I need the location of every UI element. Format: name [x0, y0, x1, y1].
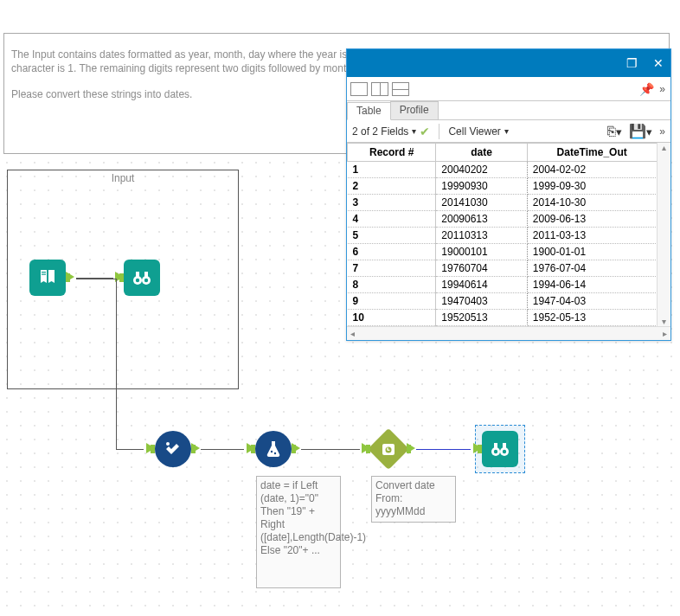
layout-hsplit-button[interactable]: [392, 82, 409, 96]
record-cell[interactable]: 8: [348, 277, 436, 293]
pin-icon[interactable]: 📌: [639, 82, 654, 96]
connector: [116, 279, 117, 449]
datetimeout-cell[interactable]: 1952-05-13: [527, 310, 657, 326]
svg-point-10: [274, 452, 276, 454]
record-cell[interactable]: 4: [348, 211, 436, 228]
date-cell[interactable]: 20090613: [436, 211, 528, 228]
svg-rect-0: [42, 272, 46, 273]
table-row[interactable]: 8199406141994-06-14: [348, 277, 671, 293]
copy-icon[interactable]: ⎘▾: [607, 124, 622, 139]
datetime-icon: [378, 439, 399, 459]
connector: [416, 449, 471, 450]
book-icon: [37, 267, 58, 288]
svg-rect-20: [503, 443, 506, 448]
record-cell[interactable]: 2: [348, 178, 436, 195]
save-icon[interactable]: 💾▾: [629, 123, 652, 139]
datetimeout-cell[interactable]: 2009-06-13: [527, 211, 657, 228]
record-cell[interactable]: 10: [348, 310, 436, 326]
datetimeout-cell[interactable]: 1976-07-04: [527, 260, 657, 277]
datetimeout-cell[interactable]: 2011-03-13: [527, 228, 657, 244]
tab-table[interactable]: Table: [347, 102, 391, 120]
table-row[interactable]: 10195205131952-05-13: [348, 310, 671, 326]
svg-rect-6: [136, 272, 139, 277]
date-cell[interactable]: 19520513: [436, 310, 528, 326]
fields-dropdown[interactable]: 2 of 2 Fields ▾ ✔: [352, 125, 430, 138]
datetime-tool[interactable]: [370, 431, 407, 467]
date-cell[interactable]: 19990930: [436, 178, 528, 195]
date-cell[interactable]: 20040202: [436, 162, 528, 178]
fields-label: 2 of 2 Fields: [352, 125, 408, 138]
date-cell[interactable]: 19760704: [436, 260, 528, 277]
svg-rect-19: [494, 443, 497, 448]
results-titlebar[interactable]: ❐ ✕: [347, 49, 670, 77]
datetimeout-cell[interactable]: 1900-01-01: [527, 244, 657, 260]
vertical-scrollbar[interactable]: ▴▾: [657, 143, 670, 326]
results-table[interactable]: Record # date DateTime_Out 1200402022004…: [347, 143, 670, 326]
text-input-tool[interactable]: [29, 260, 66, 296]
datetimeout-cell[interactable]: 2014-10-30: [527, 195, 657, 211]
table-row[interactable]: 9194704031947-04-03: [348, 293, 671, 310]
svg-point-17: [494, 450, 497, 453]
col-header-datetimeout[interactable]: DateTime_Out: [527, 144, 657, 162]
chevron-right-icon[interactable]: »: [659, 125, 665, 138]
results-window[interactable]: ❐ ✕ 📌 » Table Profile 2 of 2 Fields ▾ ✔ …: [346, 48, 671, 341]
date-cell[interactable]: 19940614: [436, 277, 528, 293]
select-tool[interactable]: [155, 431, 191, 467]
svg-rect-1: [42, 274, 46, 275]
datetimeout-cell[interactable]: 1947-04-03: [527, 293, 657, 310]
date-cell[interactable]: 19470403: [436, 293, 528, 310]
table-row[interactable]: 1200402022004-02-02: [348, 162, 671, 178]
table-row[interactable]: 2199909301999-09-30: [348, 178, 671, 195]
record-cell[interactable]: 6: [348, 244, 436, 260]
svg-point-18: [503, 450, 506, 453]
cellviewer-dropdown[interactable]: Cell Viewer ▾: [448, 125, 508, 138]
date-cell[interactable]: 19000101: [436, 244, 528, 260]
horizontal-scrollbar[interactable]: ◂▸: [347, 326, 670, 340]
caret-down-icon: ▾: [504, 126, 509, 136]
table-row[interactable]: 5201103132011-03-13: [348, 228, 671, 244]
chevron-right-icon[interactable]: »: [658, 83, 667, 95]
results-layout-toolbar: 📌 »: [347, 77, 670, 101]
date-cell[interactable]: 20141030: [436, 195, 528, 211]
tab-profile[interactable]: Profile: [390, 101, 439, 119]
svg-point-4: [136, 279, 139, 282]
table-row[interactable]: 4200906132009-06-13: [348, 211, 671, 228]
col-header-record[interactable]: Record #: [348, 144, 436, 162]
check-icon: ✔: [420, 125, 430, 138]
col-header-date[interactable]: date: [436, 144, 528, 162]
layout-single-button[interactable]: [350, 82, 368, 96]
record-cell[interactable]: 1: [348, 162, 436, 178]
record-cell[interactable]: 5: [348, 228, 436, 244]
connector: [76, 279, 116, 279]
table-row[interactable]: 7197607041976-07-04: [348, 260, 671, 277]
select-icon: [163, 439, 183, 459]
results-table-area: Record # date DateTime_Out 1200402022004…: [347, 143, 670, 340]
binoculars-icon: [132, 267, 152, 288]
formula-tool[interactable]: [255, 431, 292, 467]
formula-flask-icon: [263, 439, 284, 459]
connector: [201, 449, 244, 450]
formula-annotation: date = if Left (date, 1)="0" Then "19" +…: [256, 476, 341, 588]
svg-rect-14: [388, 450, 390, 451]
datetimeout-cell[interactable]: 1999-09-30: [527, 178, 657, 195]
connector: [301, 449, 360, 450]
browse-tool-2[interactable]: [482, 431, 518, 467]
date-cell[interactable]: 20110313: [436, 228, 528, 244]
svg-point-8: [166, 442, 170, 446]
browse-tool-1[interactable]: [124, 260, 160, 296]
separator: [439, 124, 439, 139]
layout-vsplit-button[interactable]: [371, 82, 388, 96]
caret-down-icon: ▾: [412, 126, 416, 136]
table-row[interactable]: 6190001011900-01-01: [348, 244, 671, 260]
svg-point-5: [144, 279, 148, 282]
datetimeout-cell[interactable]: 1994-06-14: [527, 277, 657, 293]
record-cell[interactable]: 7: [348, 260, 436, 277]
close-icon[interactable]: ✕: [653, 56, 664, 70]
restore-icon[interactable]: ❐: [626, 56, 638, 70]
record-cell[interactable]: 9: [348, 293, 436, 310]
datetimeout-cell[interactable]: 2004-02-02: [527, 162, 657, 178]
record-cell[interactable]: 3: [348, 195, 436, 211]
results-tabs: Table Profile: [347, 101, 670, 120]
table-row[interactable]: 3201410302014-10-30: [348, 195, 671, 211]
datetime-annotation: Convert date From: yyyyMMdd: [371, 476, 456, 523]
